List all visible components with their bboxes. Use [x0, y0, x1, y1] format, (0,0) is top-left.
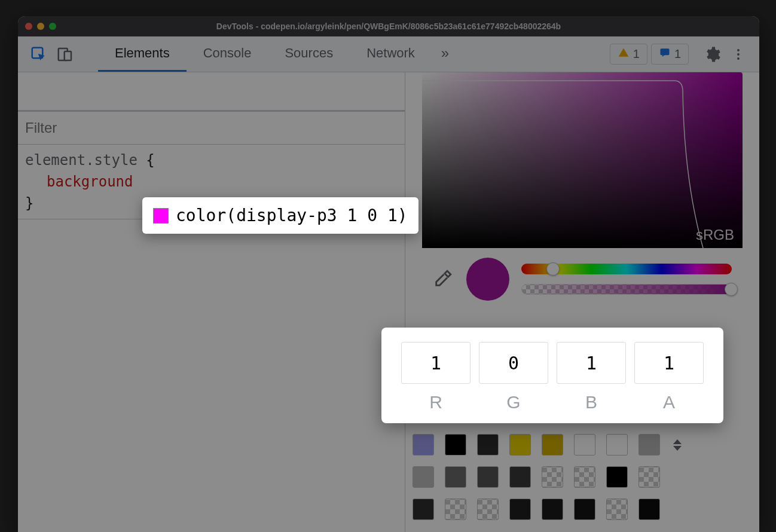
color-value-popup[interactable]: color(display-p3 1 0 1)	[142, 197, 418, 234]
palette-swatch[interactable]	[477, 466, 499, 488]
dom-tree-placeholder	[18, 72, 405, 111]
tab-sources[interactable]: Sources	[268, 36, 350, 72]
more-tabs-icon[interactable]: »	[432, 36, 459, 72]
palette-swatch[interactable]	[574, 434, 595, 455]
close-icon[interactable]	[25, 23, 32, 30]
css-property[interactable]: background	[47, 173, 133, 190]
component-b-input[interactable]	[557, 342, 626, 384]
svg-rect-2	[65, 51, 71, 60]
styles-filter-input[interactable]	[25, 120, 398, 136]
svg-rect-3	[660, 48, 669, 55]
eyedropper-icon[interactable]	[433, 268, 454, 290]
palette-swatch[interactable]	[606, 434, 628, 455]
maximize-icon[interactable]	[49, 23, 56, 30]
picker-controls	[422, 248, 743, 308]
settings-icon[interactable]	[701, 43, 723, 66]
palette-sort-icon[interactable]	[673, 439, 682, 451]
message-icon	[659, 47, 671, 62]
component-a-input[interactable]	[634, 342, 704, 384]
inspect-element-icon[interactable]	[28, 43, 50, 66]
component-g-input[interactable]	[479, 342, 548, 384]
palette-swatch[interactable]	[445, 466, 466, 488]
palette-swatch[interactable]	[413, 499, 434, 520]
svg-point-6	[737, 57, 740, 60]
gamut-boundary-line	[422, 72, 743, 248]
warnings-badge[interactable]: 1	[610, 44, 647, 65]
palette-swatch[interactable]	[606, 499, 628, 520]
messages-badge[interactable]: 1	[651, 44, 689, 65]
palette-swatch[interactable]	[574, 466, 595, 488]
rgba-inputs-popup: R G B A	[381, 328, 723, 423]
warning-count: 1	[633, 47, 640, 61]
color-value-text[interactable]: color(display-p3 1 0 1)	[176, 206, 408, 225]
palette-swatch[interactable]	[477, 434, 499, 455]
gamut-label: sRGB	[696, 227, 734, 243]
palette-swatch[interactable]	[542, 466, 563, 488]
color-swatch-icon[interactable]	[153, 208, 169, 224]
svg-point-5	[737, 53, 740, 56]
palette-swatch[interactable]	[574, 499, 595, 520]
palette-swatch[interactable]	[606, 466, 628, 488]
palette-swatch[interactable]	[477, 499, 499, 520]
palette-swatch[interactable]	[542, 434, 563, 455]
palette-swatch[interactable]	[445, 499, 466, 520]
alpha-thumb[interactable]	[725, 283, 738, 296]
component-b-label: B	[585, 392, 597, 412]
hue-slider[interactable]	[521, 264, 732, 274]
palette-swatch[interactable]	[413, 466, 434, 488]
tab-console[interactable]: Console	[187, 36, 268, 72]
current-color-swatch	[466, 258, 509, 301]
alpha-slider[interactable]	[521, 284, 732, 295]
window-controls	[25, 23, 56, 30]
hue-thumb[interactable]	[546, 262, 560, 276]
panel-tabs: Elements Console Sources Network »	[98, 36, 459, 72]
filter-row	[18, 111, 405, 145]
component-a-label: A	[663, 392, 675, 412]
palette-row	[413, 499, 682, 520]
palette-swatch[interactable]	[542, 499, 563, 520]
kebab-menu-icon[interactable]	[727, 43, 750, 66]
device-toggle-icon[interactable]	[54, 43, 77, 66]
palette-swatch[interactable]	[638, 466, 660, 488]
palette-swatch[interactable]	[509, 434, 531, 455]
palette-swatch[interactable]	[638, 434, 660, 455]
palette-swatch[interactable]	[509, 466, 531, 488]
message-count: 1	[674, 47, 681, 61]
palette-row	[413, 466, 682, 488]
css-close-brace: }	[25, 195, 33, 212]
palette-row	[413, 434, 682, 455]
component-r-input[interactable]	[401, 342, 471, 384]
component-g-label: G	[506, 392, 520, 412]
palette-swatch[interactable]	[509, 499, 531, 520]
palette-swatch[interactable]	[445, 434, 466, 455]
svg-point-4	[737, 49, 740, 51]
tab-network[interactable]: Network	[350, 36, 432, 72]
window-title: DevTools - codepen.io/argyleink/pen/QWBg…	[18, 22, 759, 31]
component-r-label: R	[429, 392, 442, 412]
css-selector: element.style	[25, 152, 138, 169]
warning-icon	[618, 47, 630, 62]
minimize-icon[interactable]	[37, 23, 44, 30]
titlebar: DevTools - codepen.io/argyleink/pen/QWBg…	[18, 16, 759, 36]
spectrum-field[interactable]: sRGB	[422, 72, 743, 248]
styles-panel: element.style { background }	[18, 72, 405, 532]
main-toolbar: Elements Console Sources Network » 1 1	[18, 36, 759, 72]
palette-swatch[interactable]	[638, 499, 660, 520]
palette-swatches	[413, 434, 682, 520]
palette-swatch[interactable]	[413, 434, 434, 455]
tab-elements[interactable]: Elements	[98, 36, 187, 72]
